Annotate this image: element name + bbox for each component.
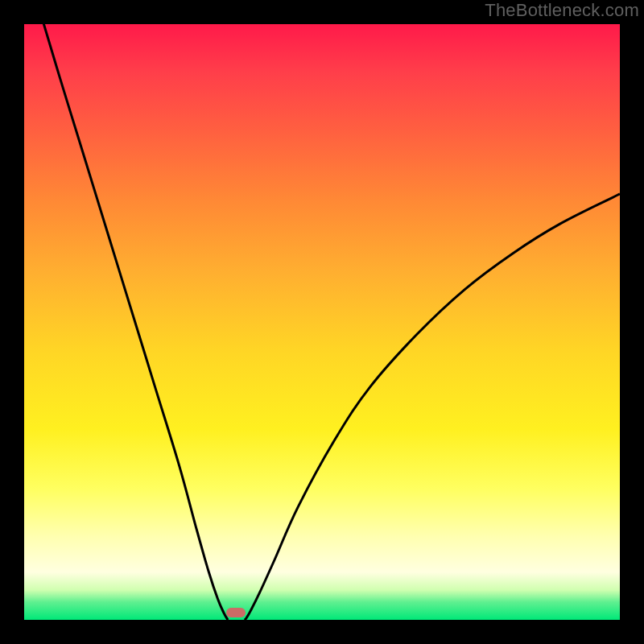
curve-left-branch [40,24,228,620]
curve-right-branch [245,194,620,620]
watermark-text: TheBottleneck.com [485,0,639,21]
plot-area [24,24,620,620]
curve-svg [24,24,620,620]
bottleneck-marker [226,608,246,617]
